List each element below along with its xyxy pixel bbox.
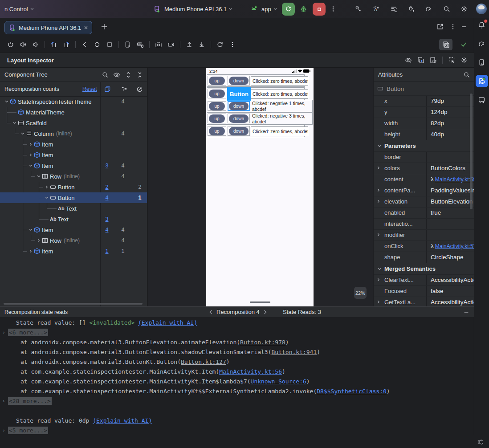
device-selector[interactable]: Medium Phone API 36.1 xyxy=(151,0,232,18)
fold-chevron-icon[interactable]: › xyxy=(2,328,5,338)
gradle-sync-button[interactable] xyxy=(423,0,434,18)
down-button[interactable]: down xyxy=(229,114,249,123)
rerun-button[interactable] xyxy=(282,3,295,16)
chevron-left-icon[interactable] xyxy=(208,310,214,315)
chevron-down-icon[interactable] xyxy=(4,98,10,105)
chevron-right-icon[interactable] xyxy=(376,299,382,305)
fold-chevron-icon[interactable]: › xyxy=(2,396,5,406)
fold-chevron-icon[interactable]: › xyxy=(2,426,5,436)
hide-tool-window-button[interactable] xyxy=(460,23,468,30)
attr-section-parameters[interactable]: Parameters xyxy=(374,140,474,152)
visibility-eye-icon[interactable] xyxy=(403,55,414,65)
screen-record-icon[interactable] xyxy=(166,39,176,50)
attr-row-shape[interactable]: shapeCircleShape xyxy=(374,252,474,263)
up-button[interactable]: up xyxy=(209,127,225,135)
tree-node-row[interactable]: Row(inline)4 xyxy=(0,171,147,182)
search-icon[interactable] xyxy=(100,69,110,80)
chevron-right-icon[interactable] xyxy=(376,232,382,238)
attach-debugger-button[interactable] xyxy=(406,0,417,18)
recomposition-counts-icon[interactable] xyxy=(102,84,113,94)
tree-node-button-selected[interactable]: Button41 xyxy=(0,192,147,203)
upload-icon[interactable] xyxy=(184,39,195,50)
virtual-input-icon[interactable] xyxy=(135,39,146,50)
reset-counts-link[interactable]: Reset xyxy=(82,86,97,92)
select-component-icon[interactable] xyxy=(446,55,457,65)
more-icon[interactable] xyxy=(227,39,238,50)
search-icon[interactable] xyxy=(461,69,472,80)
attr-section-merged-semantics[interactable]: Merged Semantics xyxy=(374,263,474,275)
up-button[interactable]: up xyxy=(209,77,225,85)
attr-row-Focused[interactable]: Focusedfalse xyxy=(374,286,474,297)
tree-node-scaffold[interactable]: Scaffold xyxy=(0,118,147,128)
build-button[interactable] xyxy=(353,0,363,18)
source-link[interactable]: Button.kt:127 xyxy=(181,358,226,365)
run-configuration-selector[interactable]: app xyxy=(249,0,277,18)
power-icon[interactable] xyxy=(5,39,16,50)
phone-screen[interactable]: 2:24 updownClicked: zero times, abcdefup… xyxy=(206,68,314,306)
phone-nav-handle[interactable] xyxy=(250,301,270,303)
add-tab-button[interactable] xyxy=(101,23,108,30)
stop-button[interactable] xyxy=(313,3,326,16)
source-link[interactable]: Button.kt:978 xyxy=(240,339,285,346)
run-more-menu[interactable] xyxy=(330,0,337,18)
attr-row-GetTextLa[interactable]: GetTextLa...AccessibilityAction xyxy=(374,297,474,306)
gear-icon[interactable] xyxy=(459,55,469,65)
running-devices-button[interactable] xyxy=(476,75,488,87)
attr-row-colors[interactable]: colorsButtonColors xyxy=(374,163,474,174)
attr-row-contentPa[interactable]: contentPa...PaddingValuesImpl xyxy=(374,185,474,196)
tree-node-materialtheme[interactable]: MaterialTheme xyxy=(0,107,147,118)
collapse-all-icon[interactable] xyxy=(134,69,145,80)
up-button[interactable]: up xyxy=(209,102,225,110)
inspect-toggle-button[interactable] xyxy=(439,39,452,50)
attr-row-elevation[interactable]: elevationButtonElevation xyxy=(374,196,474,208)
tree-node-column[interactable]: Column(inline)4 xyxy=(0,128,147,139)
tree-node-item[interactable]: Item34 xyxy=(0,160,147,171)
attr-row-y[interactable]: y124dp xyxy=(374,107,474,118)
chevron-right-icon[interactable] xyxy=(376,187,382,194)
recomposition-count[interactable]: 3 xyxy=(102,214,112,224)
tree-node-item[interactable]: Item xyxy=(0,150,147,160)
folded-frames-chip[interactable]: <28 more...> xyxy=(8,397,52,405)
attr-row-enabled[interactable]: enabledtrue xyxy=(374,208,474,219)
event-sliders-icon[interactable] xyxy=(477,439,484,445)
source-link[interactable]: MainActivity.kt:56 xyxy=(219,368,282,375)
tree-node-item[interactable]: Item44 xyxy=(0,224,147,235)
source-link[interactable]: MainActivity.kt:57 xyxy=(435,243,474,249)
source-link[interactable]: MainActivity.kt:59 xyxy=(435,176,474,183)
up-button[interactable]: up xyxy=(209,114,225,123)
device-canvas[interactable]: 2:24 updownClicked: zero times, abcdefup… xyxy=(148,68,373,306)
attributes-scrollbar[interactable] xyxy=(470,94,473,209)
visibility-eye-icon[interactable] xyxy=(111,69,122,80)
apply-check-button[interactable] xyxy=(460,41,468,48)
recomposition-count[interactable]: 3 xyxy=(102,160,112,171)
open-in-new-window-button[interactable] xyxy=(436,23,444,30)
debug-button[interactable] xyxy=(297,3,310,16)
chevron-right-icon[interactable] xyxy=(28,141,34,147)
expand-all-icon[interactable] xyxy=(123,69,134,80)
up-button[interactable]: up xyxy=(209,90,225,98)
chevron-right-icon[interactable] xyxy=(44,184,50,190)
notifications-button[interactable] xyxy=(477,20,487,30)
tab-medium-phone[interactable]: Medium Phone API 36.1 xyxy=(4,21,92,34)
chevron-down-icon[interactable] xyxy=(36,173,42,179)
down-button[interactable]: down xyxy=(229,77,249,85)
attr-row-content[interactable]: contentλMainActivity.kt:59 xyxy=(374,174,474,185)
source-link[interactable]: (Explain with AI) xyxy=(93,417,152,424)
tree-node-item[interactable]: Item11 xyxy=(0,246,147,257)
chevron-down-icon[interactable] xyxy=(377,266,382,272)
tree-node-text[interactable]: AbText xyxy=(0,203,147,214)
folded-frames-chip[interactable]: <6 more...> xyxy=(8,329,48,336)
source-link[interactable]: Button.kt:941 xyxy=(272,349,317,355)
profile-avatar[interactable] xyxy=(476,0,487,18)
download-icon[interactable] xyxy=(196,39,207,50)
chevron-down-icon[interactable] xyxy=(28,163,34,169)
tree-node-text[interactable]: AbText3 xyxy=(0,214,147,224)
profiler-button[interactable] xyxy=(388,0,399,18)
down-button[interactable]: down xyxy=(229,127,249,135)
menu-version-control[interactable]: n Control xyxy=(4,0,34,18)
device-settings-icon[interactable] xyxy=(122,39,133,50)
rotate-left-icon[interactable] xyxy=(49,39,59,50)
tree-horizontal-scrollbar[interactable] xyxy=(4,303,143,305)
chevron-down-icon[interactable] xyxy=(44,195,50,201)
attr-value[interactable]: λMainActivity.kt:59 xyxy=(427,174,474,185)
